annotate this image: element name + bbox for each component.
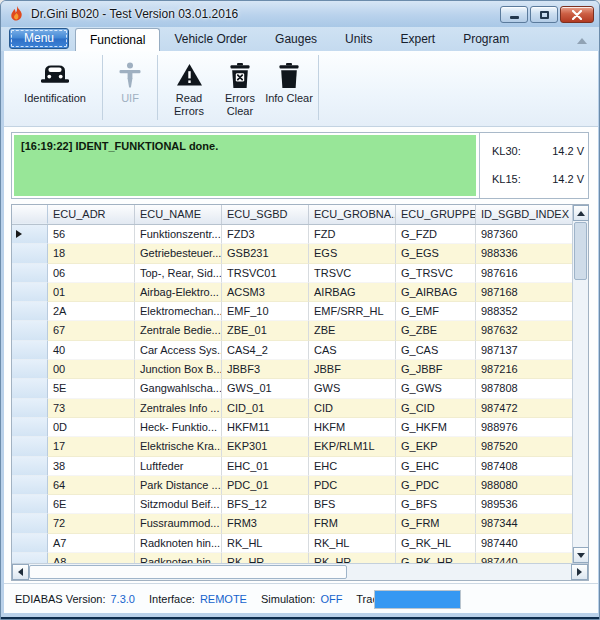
cell-ecu-adr[interactable]: 0D [48,418,135,437]
col-ecu-adr[interactable]: ECU_ADR [48,205,135,224]
cell-ecu-grobname[interactable]: EGS [309,244,396,263]
table-row[interactable]: 06 Top-, Rear, Sid... TRSVC01 TRSVC G_TR… [12,264,572,283]
table-row[interactable]: 6E Sitzmodul Beif... BFS_12 BFS G_BFS 98… [12,495,572,514]
cell-ecu-adr[interactable]: 56 [48,225,135,244]
cell-ecu-gruppe[interactable]: G_EKP [396,437,476,456]
cell-ecu-adr[interactable]: 38 [48,457,135,476]
cell-ecu-gruppe[interactable]: G_PDC [396,476,476,495]
cell-ecu-sgbd[interactable]: PDC_01 [222,476,309,495]
cell-ecu-grobname[interactable]: EKP/RLM1L [309,437,396,456]
cell-ecu-gruppe[interactable]: G_ZBE [396,321,476,340]
cell-ecu-adr[interactable]: 17 [48,437,135,456]
row-selector[interactable] [12,495,48,514]
cell-ecu-name[interactable]: Airbag-Elektro... [135,283,222,302]
cell-ecu-adr[interactable]: 72 [48,514,135,533]
cell-ecu-name[interactable]: Car Access Sys... [135,341,222,360]
tab-expert[interactable]: Expert [386,28,449,51]
cell-ecu-gruppe[interactable]: G_FZD [396,225,476,244]
table-row[interactable]: 17 Elektrische Kra... EKP301 EKP/RLM1L G… [12,437,572,456]
chevron-up-icon[interactable] [577,38,587,44]
cell-ecu-sgbd[interactable]: JBBF3 [222,360,309,379]
identification-button[interactable]: Identification [13,51,97,126]
cell-ecu-grobname[interactable]: TRSVC [309,264,396,283]
cell-ecu-gruppe[interactable]: G_BFS [396,495,476,514]
tab-gauges[interactable]: Gauges [261,28,331,51]
cell-ecu-name[interactable]: Junction Box B... [135,360,222,379]
row-selector[interactable] [12,476,48,495]
table-row[interactable]: 73 Zentrales Info ... CID_01 CID G_CID 9… [12,399,572,418]
row-selector[interactable] [12,379,48,398]
table-row[interactable]: A7 Radknoten hin... RK_HL RK_HL G_RK_HL … [12,534,572,553]
cell-ecu-sgbd[interactable]: EKP301 [222,437,309,456]
cell-ecu-sgbd[interactable]: FRM3 [222,514,309,533]
cell-ecu-gruppe[interactable]: G_EMF [396,302,476,321]
cell-ecu-sgbd[interactable]: GWS_01 [222,379,309,398]
cell-ecu-name[interactable]: Radknoten hin... [135,553,222,563]
cell-ecu-gruppe[interactable]: G_RK_HR [396,553,476,563]
menu-button[interactable]: Menu [9,28,69,49]
cell-ecu-adr[interactable]: 67 [48,321,135,340]
info-clear-button[interactable]: Info Clear [265,51,313,126]
cell-id-sgbd-index[interactable]: 988976 [476,418,572,437]
table-row[interactable]: 38 Luftfeder EHC_01 EHC G_EHC 987408 [12,457,572,476]
table-row[interactable]: 0D Heck- Funktio... HKFM11 HKFM G_HKFM 9… [12,418,572,437]
cell-ecu-grobname[interactable]: AIRBAG [309,283,396,302]
col-ecu-name[interactable]: ECU_NAME [135,205,222,224]
cell-ecu-gruppe[interactable]: G_TRSVC [396,264,476,283]
cell-ecu-name[interactable]: Gangwahlscha... [135,379,222,398]
row-selector[interactable] [12,534,48,553]
cell-ecu-sgbd[interactable]: BFS_12 [222,495,309,514]
cell-ecu-name[interactable]: Radknoten hin... [135,534,222,553]
cell-ecu-sgbd[interactable]: EMF_10 [222,302,309,321]
row-selector[interactable] [12,399,48,418]
cell-ecu-sgbd[interactable]: ACSM3 [222,283,309,302]
tab-vehicle-order[interactable]: Vehicle Order [160,28,261,51]
cell-ecu-name[interactable]: Getriebesteuer... [135,244,222,263]
cell-ecu-sgbd[interactable]: RK_HR [222,553,309,563]
cell-ecu-sgbd[interactable]: CID_01 [222,399,309,418]
cell-id-sgbd-index[interactable]: 987440 [476,553,572,563]
row-selector[interactable] [12,264,48,283]
cell-ecu-grobname[interactable]: EMF/SRR_HL [309,302,396,321]
cell-id-sgbd-index[interactable]: 988080 [476,476,572,495]
cell-ecu-gruppe[interactable]: G_RK_HL [396,534,476,553]
cell-ecu-grobname[interactable]: RK_HR [309,553,396,563]
row-selector[interactable] [12,283,48,302]
cell-ecu-grobname[interactable]: PDC [309,476,396,495]
cell-ecu-name[interactable]: Top-, Rear, Sid... [135,264,222,283]
cell-ecu-adr[interactable]: 01 [48,283,135,302]
cell-ecu-gruppe[interactable]: G_CID [396,399,476,418]
row-selector[interactable] [12,514,48,533]
row-selector[interactable] [12,302,48,321]
cell-id-sgbd-index[interactable]: 987360 [476,225,572,244]
cell-ecu-name[interactable]: Luftfeder [135,457,222,476]
cell-id-sgbd-index[interactable]: 988336 [476,244,572,263]
tab-program[interactable]: Program [449,28,523,51]
cell-ecu-adr[interactable]: 40 [48,341,135,360]
cell-ecu-grobname[interactable]: CAS [309,341,396,360]
table-row[interactable]: 67 Zentrale Bedie... ZBE_01 ZBE G_ZBE 98… [12,321,572,340]
row-selector[interactable] [12,437,48,456]
cell-id-sgbd-index[interactable]: 987616 [476,264,572,283]
cell-ecu-adr[interactable]: 64 [48,476,135,495]
close-button[interactable] [560,6,594,23]
cell-ecu-sgbd[interactable]: HKFM11 [222,418,309,437]
cell-id-sgbd-index[interactable]: 987520 [476,437,572,456]
cell-id-sgbd-index[interactable]: 987408 [476,457,572,476]
row-selector[interactable] [12,418,48,437]
table-row[interactable]: 2A Elektromechan... EMF_10 EMF/SRR_HL G_… [12,302,572,321]
table-row[interactable]: 5E Gangwahlscha... GWS_01 GWS G_GWS 9878… [12,379,572,398]
cell-ecu-gruppe[interactable]: G_EHC [396,457,476,476]
cell-ecu-sgbd[interactable]: GSB231 [222,244,309,263]
table-row[interactable]: 01 Airbag-Elektro... ACSM3 AIRBAG G_AIRB… [12,283,572,302]
table-row[interactable]: A8 Radknoten hin... RK_HR RK_HR G_RK_HR … [12,553,572,563]
cell-ecu-grobname[interactable]: EHC [309,457,396,476]
col-id-sgbd-index[interactable]: ID_SGBD_INDEX [476,205,572,224]
cell-ecu-name[interactable]: Heck- Funktio... [135,418,222,437]
row-selector[interactable] [12,553,48,563]
table-row[interactable]: 18 Getriebesteuer... GSB231 EGS G_EGS 98… [12,244,572,263]
cell-ecu-sgbd[interactable]: ZBE_01 [222,321,309,340]
scroll-left-button[interactable] [12,564,29,580]
cell-ecu-grobname[interactable]: BFS [309,495,396,514]
cell-ecu-adr[interactable]: 18 [48,244,135,263]
